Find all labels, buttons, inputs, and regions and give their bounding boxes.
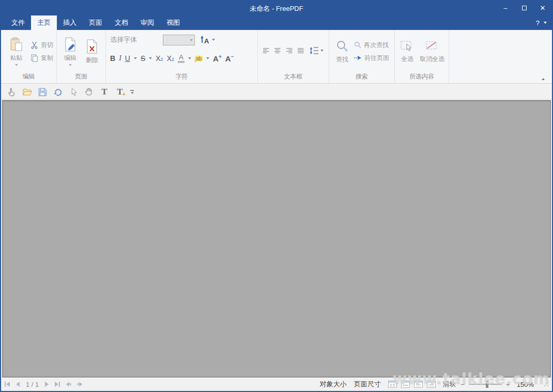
shrink-font-button[interactable]: A− [225, 54, 234, 63]
object-size-button[interactable]: 对象大小 [320, 380, 347, 389]
add-text-tool-button[interactable]: T + [114, 86, 126, 98]
text-select-tool-button[interactable]: T [98, 86, 111, 98]
cut-button[interactable]: 剪切 [30, 41, 53, 50]
underline-dropdown-icon[interactable] [134, 57, 137, 59]
pointing-hand-icon [7, 87, 16, 97]
maximize-button[interactable] [515, 0, 533, 15]
tab-document[interactable]: 文档 [109, 15, 134, 30]
grow-font-button[interactable]: A+ [213, 54, 222, 63]
group-selection: 全选 取消全选 所选内容 [395, 30, 449, 83]
undo-button[interactable] [52, 86, 64, 98]
goto-page-button[interactable]: 前往页面 [354, 54, 389, 62]
font-select-label: 选择字体 [110, 35, 137, 44]
underline-button[interactable]: U [125, 54, 130, 62]
ribbon-tabs: 文件 主页 插入 页面 文档 审阅 视图 ? [1, 15, 552, 30]
italic-button[interactable]: I [119, 54, 121, 62]
align-center-icon[interactable] [274, 47, 281, 54]
font-size-combobox[interactable] [163, 35, 195, 45]
help-button[interactable]: ? [536, 19, 540, 27]
open-button[interactable] [21, 86, 33, 98]
plus-badge-icon: + [122, 91, 126, 97]
page-delete-button[interactable]: 删除 [82, 39, 102, 65]
document-canvas[interactable] [2, 100, 551, 378]
combobox-arrow-icon [190, 39, 193, 41]
page-edit-button[interactable]: 编辑 [60, 37, 81, 66]
tab-insert[interactable]: 插入 [57, 15, 83, 30]
subscript-button[interactable]: X2 [156, 54, 163, 62]
undo-icon [53, 87, 63, 97]
text-direction-button[interactable]: A [200, 35, 215, 45]
previous-view-icon [65, 381, 72, 387]
previous-page-button[interactable] [15, 381, 20, 387]
touch-mode-button[interactable] [5, 86, 18, 98]
align-justify-icon[interactable] [298, 47, 304, 54]
group-label-edit: 编辑 [1, 71, 56, 83]
collapse-ribbon-button[interactable] [542, 78, 545, 80]
strikethrough-dropdown-icon[interactable] [149, 57, 152, 59]
minimize-button[interactable]: – [496, 0, 515, 15]
select-all-icon [400, 40, 414, 53]
titlebar: 未命名 - FreePDF – ✕ [0, 0, 553, 15]
tab-home[interactable]: 主页 [31, 15, 57, 30]
chevron-down-icon[interactable] [544, 22, 547, 24]
maximize-icon [522, 6, 527, 10]
page-indicator: 1 / 1 [26, 381, 39, 388]
hand-tool-button[interactable] [83, 86, 95, 98]
deselect-all-icon [425, 40, 439, 53]
line-spacing-dropdown-icon [320, 50, 324, 52]
page-edit-dropdown-icon[interactable] [69, 64, 72, 66]
copy-button[interactable]: 复制 [30, 54, 53, 62]
group-edit: 粘贴 剪切 复制 [1, 30, 57, 83]
group-label-page: 页面 [57, 71, 105, 83]
cursor-icon [69, 87, 78, 96]
next-view-icon [76, 381, 83, 387]
page-size-button[interactable]: 页面尺寸 [354, 380, 381, 389]
ribbon: 粘贴 剪切 复制 [1, 30, 552, 84]
find-again-button[interactable]: 再次查找 [354, 41, 389, 50]
copy-icon [30, 54, 38, 62]
select-all-button[interactable]: 全选 [398, 40, 417, 64]
paste-dropdown-icon[interactable] [15, 64, 18, 66]
tab-page[interactable]: 页面 [83, 15, 109, 30]
superscript-button[interactable]: X2 [167, 54, 174, 62]
highlight-dropdown-icon[interactable] [206, 57, 209, 59]
quick-toolbar: T T + [1, 84, 552, 100]
align-left-icon[interactable] [263, 47, 269, 54]
group-label-textbox: 文本框 [258, 71, 329, 83]
previous-page-icon [15, 381, 20, 387]
toolbar-options-button[interactable] [130, 90, 134, 94]
find-button[interactable]: 查找 [332, 39, 352, 64]
next-view-button[interactable] [76, 381, 83, 387]
freepdf-window: 未命名 - FreePDF – ✕ 文件 主页 插入 页面 文档 审阅 视图 ? [0, 0, 553, 392]
line-spacing-button[interactable] [309, 46, 324, 55]
next-page-button[interactable] [44, 381, 50, 387]
save-button[interactable] [36, 86, 49, 98]
close-button[interactable]: ✕ [533, 0, 552, 15]
tab-review[interactable]: 审阅 [134, 15, 160, 30]
next-page-icon [44, 381, 50, 387]
bold-button[interactable]: B [110, 54, 115, 62]
goto-page-icon [354, 55, 362, 61]
tab-view[interactable]: 视图 [160, 15, 186, 30]
highlight-button[interactable]: ab [195, 56, 203, 61]
previous-view-button[interactable] [65, 381, 72, 387]
last-page-button[interactable] [54, 381, 60, 387]
font-color-dropdown-icon[interactable] [188, 57, 191, 59]
tab-file[interactable]: 文件 [5, 15, 31, 30]
select-tool-button[interactable] [67, 86, 80, 98]
window-title: 未命名 - FreePDF [0, 4, 553, 13]
group-textbox: 文本框 [258, 30, 329, 83]
line-spacing-icon [309, 46, 319, 55]
window-controls: – ✕ [496, 0, 552, 15]
first-page-button[interactable] [4, 381, 10, 387]
svg-text:A: A [204, 37, 209, 45]
text-direction-dropdown-icon[interactable] [212, 39, 215, 41]
deselect-all-button[interactable]: 取消全选 [419, 40, 446, 64]
paste-icon [9, 37, 24, 52]
align-right-icon[interactable] [286, 47, 293, 54]
save-icon [38, 87, 47, 97]
paste-button[interactable]: 粘贴 [4, 37, 28, 66]
folder-open-icon [22, 87, 32, 96]
strikethrough-button[interactable]: S [141, 54, 145, 62]
font-color-button[interactable]: A [178, 54, 185, 63]
